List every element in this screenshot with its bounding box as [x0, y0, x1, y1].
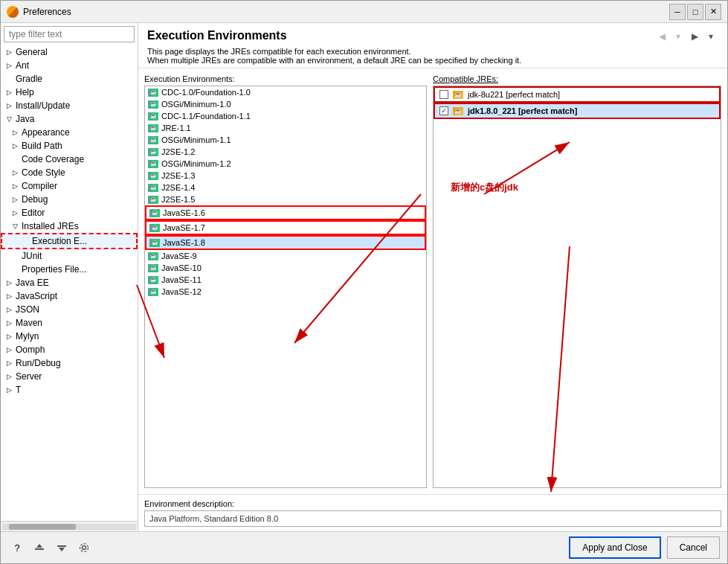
- env-item-label: JavaSE-12: [161, 287, 202, 296]
- sidebar-item-help[interactable]: ▷ Help: [1, 86, 138, 99]
- sidebar-item-javascript[interactable]: ▷ JavaScript: [1, 289, 138, 303]
- nav-forward-dropdown-button[interactable]: ▾: [703, 29, 718, 44]
- expand-icon: ▷: [7, 373, 14, 380]
- sidebar-label: Run/Debug: [16, 358, 61, 368]
- sidebar-item-code-style[interactable]: ▷ Code Style: [1, 166, 138, 179]
- env-item-javase-12[interactable]: ☕ JavaSE-12: [145, 286, 426, 298]
- env-icon: ☕: [148, 288, 158, 296]
- sidebar-label: Maven: [16, 318, 42, 328]
- sidebar-item-appearance[interactable]: ▷ Appearance: [1, 126, 138, 139]
- env-desc-input[interactable]: [144, 510, 721, 527]
- nav-arrows: ◀ ▾ ▶ ▾: [654, 29, 718, 44]
- sidebar-item-oomph[interactable]: ▷ Oomph: [1, 343, 138, 356]
- svg-point-6: [83, 546, 86, 550]
- sidebar-item-compiler[interactable]: ▷ Compiler: [1, 179, 138, 193]
- sidebar-item-build-path[interactable]: ▷ Build Path: [1, 139, 138, 153]
- env-icon: ☕: [148, 172, 158, 180]
- sidebar-scrollbar[interactable]: [1, 521, 138, 531]
- export-button[interactable]: [53, 539, 71, 557]
- sidebar-item-general[interactable]: ▷ General: [1, 45, 138, 59]
- sidebar-item-debug[interactable]: ▷ Debug: [1, 193, 138, 206]
- sidebar-item-properties-file[interactable]: Properties File...: [1, 263, 138, 276]
- sidebar-item-installed-jres[interactable]: ▽ Installed JREs: [1, 219, 138, 233]
- env-icon: ☕: [148, 184, 158, 192]
- sidebar-item-server[interactable]: ▷ Server: [1, 370, 138, 383]
- help-button[interactable]: ?: [8, 539, 26, 557]
- jre-checkbox-jdk8u221[interactable]: [439, 90, 448, 99]
- sidebar-item-editor[interactable]: ▷ Editor: [1, 206, 138, 219]
- sidebar-item-java-ee[interactable]: ▷ Java EE: [1, 276, 138, 289]
- minimize-button[interactable]: ─: [669, 4, 686, 20]
- sidebar-item-gradle[interactable]: Gradle: [1, 72, 138, 86]
- jre-checkbox-jdk180[interactable]: [439, 106, 448, 115]
- env-item-j2se-14[interactable]: ☕ J2SE-1.4: [145, 182, 426, 193]
- sidebar-item-java[interactable]: ▽ Java: [1, 112, 138, 126]
- env-item-j2se-13[interactable]: ☕ J2SE-1.3: [145, 170, 426, 182]
- sidebar-item-mylyn[interactable]: ▷ Mylyn: [1, 330, 138, 343]
- nav-back-button[interactable]: ◀: [654, 29, 669, 44]
- svg-point-7: [80, 544, 88, 552]
- env-item-javase-11[interactable]: ☕ JavaSE-11: [145, 274, 426, 286]
- env-item-osgi-10[interactable]: ☕ OSGi/Minimum-1.0: [145, 98, 426, 110]
- close-button[interactable]: ✕: [705, 4, 721, 20]
- env-icon: ☕: [148, 252, 158, 260]
- env-item-osgi-11[interactable]: ☕ OSGi/Minimum-1.1: [145, 134, 426, 146]
- sidebar-label: JSON: [16, 304, 39, 315]
- window-controls: ─ □ ✕: [669, 4, 721, 20]
- sidebar-item-maven[interactable]: ▷ Maven: [1, 316, 138, 330]
- jre-item-label: jdk1.8.0_221 [perfect match]: [468, 106, 577, 115]
- settings-button[interactable]: [75, 539, 93, 557]
- svg-marker-5: [59, 548, 65, 551]
- env-item-cdc-10[interactable]: ☕ CDC-1.0/Foundation-1.0: [145, 86, 426, 98]
- maximize-button[interactable]: □: [687, 4, 703, 20]
- sidebar-item-code-coverage[interactable]: Code Coverage: [1, 153, 138, 166]
- env-item-javase-9[interactable]: ☕ JavaSE-9: [145, 250, 426, 262]
- sidebar-item-run-debug[interactable]: ▷ Run/Debug: [1, 356, 138, 370]
- env-list[interactable]: ☕ CDC-1.0/Foundation-1.0 ☕ OSGi/Minimum-…: [144, 86, 427, 488]
- svg-marker-3: [36, 544, 42, 548]
- env-icon: ☕: [148, 89, 158, 97]
- env-icon: ☕: [148, 196, 158, 204]
- env-item-javase-18[interactable]: ☕ JavaSE-1.8: [145, 235, 426, 250]
- jre-item-jdk180[interactable]: ☕ jdk1.8.0_221 [perfect match]: [434, 103, 721, 119]
- nav-forward-button[interactable]: ▶: [687, 29, 702, 44]
- env-item-label: J2SE-1.5: [161, 195, 195, 204]
- env-item-label: JavaSE-1.8: [163, 238, 205, 247]
- sidebar-tree: ▷ General ▷ Ant Gradle ▷ Help: [1, 45, 138, 521]
- jre-item-jdk8u221[interactable]: ☕ jdk-8u221 [perfect match]: [434, 86, 721, 103]
- jre-list[interactable]: ☕ jdk-8u221 [perfect match] ☕ jdk1.8.0_2…: [433, 86, 721, 488]
- apply-close-button[interactable]: Apply and Close: [569, 536, 660, 559]
- sidebar-item-execution-env[interactable]: Execution E...: [1, 233, 138, 249]
- expand-icon: ▷: [13, 182, 20, 190]
- env-item-jre-11[interactable]: ☕ JRE-1.1: [145, 122, 426, 134]
- title-bar: Preferences ─ □ ✕: [1, 1, 727, 23]
- env-icon: ☕: [148, 264, 158, 272]
- sidebar-item-ant[interactable]: ▷ Ant: [1, 59, 138, 72]
- window-title: Preferences: [23, 7, 71, 17]
- env-desc-label: Environment description:: [144, 499, 721, 508]
- expand-icon: ▷: [13, 196, 20, 203]
- sidebar-label: Ant: [16, 60, 29, 71]
- expand-icon: ▷: [7, 102, 14, 109]
- env-item-javase-17[interactable]: ☕ JavaSE-1.7: [145, 220, 426, 235]
- expand-icon: ▷: [13, 129, 20, 136]
- env-item-osgi-12[interactable]: ☕ OSGi/Minimum-1.2: [145, 158, 426, 170]
- env-item-cdc-11[interactable]: ☕ CDC-1.1/Foundation-1.1: [145, 110, 426, 122]
- sidebar-item-t[interactable]: ▷ T: [1, 383, 138, 397]
- sidebar-item-install-update[interactable]: ▷ Install/Update: [1, 99, 138, 112]
- import-button[interactable]: [30, 539, 48, 557]
- cancel-button[interactable]: Cancel: [667, 536, 720, 559]
- sidebar-label: General: [16, 47, 48, 57]
- expand-icon: ▷: [13, 169, 20, 176]
- nav-dropdown-button[interactable]: ▾: [671, 29, 686, 44]
- sidebar-item-junit[interactable]: JUnit: [1, 249, 138, 263]
- expand-icon: ▷: [7, 306, 14, 313]
- env-item-javase-16[interactable]: ☕ JavaSE-1.6: [145, 205, 426, 220]
- env-item-javase-10[interactable]: ☕ JavaSE-10: [145, 262, 426, 274]
- sidebar-label: Debug: [22, 194, 48, 205]
- bottom-left-icons: ?: [8, 539, 93, 557]
- env-item-j2se-12[interactable]: ☕ J2SE-1.2: [145, 146, 426, 158]
- filter-input[interactable]: [4, 26, 135, 42]
- sidebar-item-json[interactable]: ▷ JSON: [1, 303, 138, 316]
- env-item-j2se-15[interactable]: ☕ J2SE-1.5: [145, 193, 426, 205]
